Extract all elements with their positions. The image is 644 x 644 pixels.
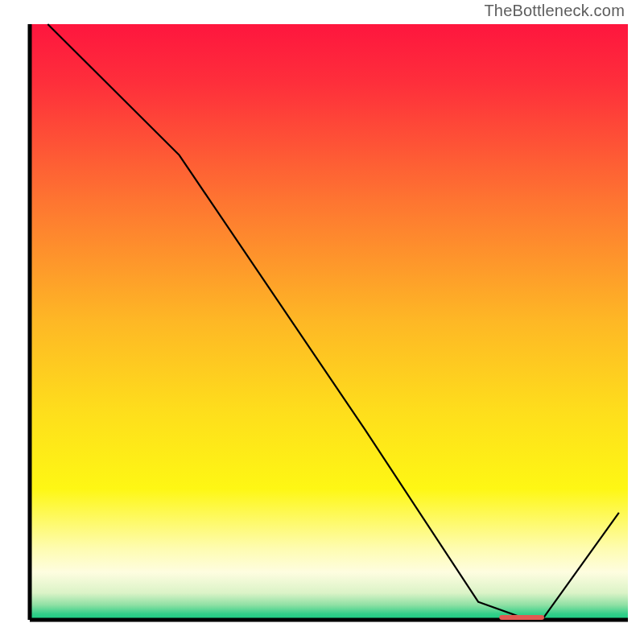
chart-plot xyxy=(0,0,644,644)
optimum-marker xyxy=(499,615,544,620)
watermark-label: TheBottleneck.com xyxy=(484,2,625,20)
chart-container: TheBottleneck.com xyxy=(0,0,644,644)
plot-background xyxy=(30,24,628,620)
